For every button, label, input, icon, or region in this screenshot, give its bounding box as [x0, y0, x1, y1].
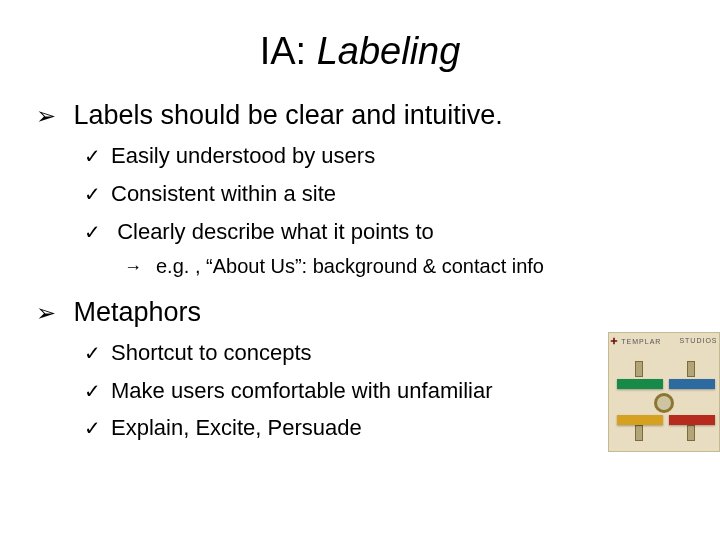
title-italic: Labeling — [317, 30, 461, 72]
bullet-text: Make users comfortable with unfamiliar — [111, 378, 492, 403]
bullet-text: Shortcut to concepts — [111, 340, 312, 365]
sub-bullet: Clearly describe what it points to e.g. … — [84, 217, 684, 280]
bullet-text: Labels should be clear and intuitive. — [74, 100, 503, 130]
bullet-labels: Labels should be clear and intuitive. Ea… — [36, 97, 684, 280]
sub-bullet: Easily understood by users — [84, 141, 684, 171]
banner-yellow — [617, 415, 663, 425]
sub-bullet: Shortcut to concepts — [84, 338, 684, 368]
bullet-text: Explain, Excite, Persuade — [111, 415, 362, 440]
tower-icon — [635, 361, 643, 377]
banner-blue — [669, 379, 715, 389]
subsublist: e.g. , “About Us”: background & contact … — [124, 253, 684, 280]
illus-logo-row: TEMPLAR STUDIOS — [609, 337, 719, 345]
sub-bullet: Make users comfortable with unfamiliar — [84, 376, 684, 406]
illus-logo-right: STUDIOS — [679, 337, 717, 345]
sub-bullet: Consistent within a site — [84, 179, 684, 209]
bullet-text: e.g. , “About Us”: background & contact … — [156, 255, 544, 277]
bullet-text: Easily understood by users — [111, 143, 375, 168]
sublist-metaphors: Shortcut to concepts Make users comforta… — [84, 338, 684, 443]
sub-sub-bullet: e.g. , “About Us”: background & contact … — [124, 253, 684, 280]
slide-title: IA: Labeling — [36, 30, 684, 73]
slide-body: Labels should be clear and intuitive. Ea… — [36, 97, 684, 443]
banner-green — [617, 379, 663, 389]
banner-red — [669, 415, 715, 425]
tower-icon — [635, 425, 643, 441]
bullet-metaphors: Metaphors Shortcut to concepts Make user… — [36, 294, 684, 444]
bullet-text: Consistent within a site — [111, 181, 336, 206]
tower-icon — [687, 361, 695, 377]
bullet-list: Labels should be clear and intuitive. Ea… — [36, 97, 684, 443]
illus-logo-left-text: TEMPLAR — [621, 338, 661, 345]
tower-icon — [687, 425, 695, 441]
bullet-text: Clearly describe what it points to — [117, 219, 434, 244]
title-plain: IA: — [260, 30, 317, 72]
illus-logo-left: TEMPLAR — [610, 337, 661, 345]
slide: IA: Labeling Labels should be clear and … — [0, 0, 720, 540]
bullet-text: Metaphors — [74, 297, 202, 327]
illus-logo-right-text: STUDIOS — [679, 337, 717, 344]
sublist-labels: Easily understood by users Consistent wi… — [84, 141, 684, 279]
castle-icon — [654, 393, 674, 413]
cross-icon — [610, 337, 618, 345]
sub-bullet: Explain, Excite, Persuade — [84, 413, 684, 443]
metaphor-illustration: TEMPLAR STUDIOS — [608, 332, 720, 452]
